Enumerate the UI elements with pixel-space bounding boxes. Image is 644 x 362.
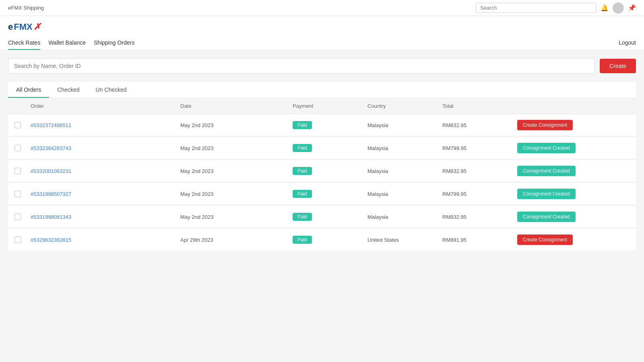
order-link[interactable]: #5331998081343 bbox=[31, 214, 71, 220]
checkbox[interactable] bbox=[14, 145, 21, 151]
create-button[interactable]: Create bbox=[600, 59, 636, 73]
row-checkbox bbox=[14, 122, 31, 128]
paid-badge: Paid bbox=[293, 190, 312, 198]
logo-e: e bbox=[8, 22, 13, 32]
logo-fmx: FMX bbox=[14, 22, 32, 32]
payment-cell: Paid bbox=[293, 167, 367, 175]
logo-x: ✗ bbox=[33, 22, 41, 32]
country-cell: Malaysia bbox=[367, 145, 442, 151]
order-id: #5332372488511 bbox=[31, 122, 180, 128]
table-row: #5331998081343 May 2nd 2023 Paid Malaysi… bbox=[8, 206, 636, 228]
consignment-created-button[interactable]: Consignment Created bbox=[517, 166, 576, 176]
top-bar: eFMX Shipping 🔔 📌 bbox=[0, 0, 644, 16]
col-order: Order bbox=[31, 103, 180, 109]
create-consignment-button[interactable]: Create Consignment bbox=[517, 120, 573, 130]
avatar[interactable] bbox=[613, 2, 624, 14]
order-date: May 2nd 2023 bbox=[180, 168, 293, 174]
country-cell: United States bbox=[367, 237, 442, 243]
search-input[interactable] bbox=[8, 58, 595, 74]
total-cell: RM891.95 bbox=[442, 237, 517, 243]
nav-item-check-rates[interactable]: Check Rates bbox=[8, 35, 48, 50]
order-link[interactable]: #5331998507327 bbox=[31, 191, 71, 197]
paid-badge: Paid bbox=[293, 167, 312, 175]
nav-item-wallet-balance[interactable]: Wallet Balance bbox=[48, 35, 94, 50]
order-date: May 2nd 2023 bbox=[180, 191, 293, 197]
total-cell: RM832.95 bbox=[442, 214, 517, 220]
logo-area: eFMX✗ bbox=[8, 16, 636, 35]
paid-badge: Paid bbox=[293, 121, 312, 129]
consignment-created-button[interactable]: Consignment Created bbox=[517, 189, 576, 199]
order-link[interactable]: #5332001063231 bbox=[31, 168, 71, 174]
order-date: May 2nd 2023 bbox=[180, 145, 293, 151]
country-cell: Malaysia bbox=[367, 122, 442, 128]
order-id: #5329632362815 bbox=[31, 237, 180, 243]
country-cell: Malaysia bbox=[367, 168, 442, 174]
order-tabs: All Orders Checked Un Checked bbox=[8, 82, 636, 98]
tab-all-orders[interactable]: All Orders bbox=[8, 82, 49, 98]
total-cell: RM832.95 bbox=[442, 168, 517, 174]
order-link[interactable]: #5332372488511 bbox=[31, 122, 71, 128]
bell-icon[interactable]: 🔔 bbox=[601, 4, 609, 12]
row-checkbox bbox=[14, 145, 31, 151]
col-payment: Payment bbox=[293, 103, 367, 109]
order-link[interactable]: #5329632362815 bbox=[31, 237, 71, 243]
row-checkbox bbox=[14, 237, 31, 243]
col-action bbox=[517, 103, 630, 109]
logo: eFMX✗ bbox=[8, 22, 636, 32]
consignment-created-button[interactable]: Consignment Created bbox=[517, 143, 576, 153]
action-cell: Consignment Created bbox=[517, 189, 630, 199]
orders-table: Order Date Payment Country Total #533237… bbox=[8, 98, 636, 251]
country-cell: Malaysia bbox=[367, 191, 442, 197]
order-id: #5332364263743 bbox=[31, 145, 180, 151]
paid-badge: Paid bbox=[293, 236, 312, 244]
checkbox[interactable] bbox=[14, 122, 21, 128]
action-cell: Consignment Created bbox=[517, 143, 630, 153]
row-checkbox bbox=[14, 191, 31, 197]
checkbox[interactable] bbox=[14, 214, 21, 220]
col-country: Country bbox=[367, 103, 442, 109]
row-checkbox bbox=[14, 214, 31, 220]
table-row: #5332001063231 May 2nd 2023 Paid Malaysi… bbox=[8, 160, 636, 182]
table-row: #5329632362815 Apr 29th 2023 Paid United… bbox=[8, 229, 636, 251]
col-total: Total bbox=[442, 103, 517, 109]
logout-button[interactable]: Logout bbox=[619, 35, 636, 50]
order-link[interactable]: #5332364263743 bbox=[31, 145, 71, 151]
payment-cell: Paid bbox=[293, 144, 367, 152]
checkbox[interactable] bbox=[14, 168, 21, 174]
search-create-row: Create bbox=[8, 58, 636, 74]
col-date: Date bbox=[180, 103, 293, 109]
order-date: Apr 29th 2023 bbox=[180, 237, 293, 243]
checkbox[interactable] bbox=[14, 191, 21, 197]
order-id: #5331998081343 bbox=[31, 214, 180, 220]
table-row: #5332372488511 May 2nd 2023 Paid Malaysi… bbox=[8, 114, 636, 136]
order-date: May 2nd 2023 bbox=[180, 122, 293, 128]
header: eFMX✗ Check Rates Wallet Balance Shippin… bbox=[0, 16, 644, 50]
tab-unchecked[interactable]: Un Checked bbox=[88, 82, 135, 98]
payment-cell: Paid bbox=[293, 190, 367, 198]
action-cell: Create Consignment bbox=[517, 120, 630, 130]
payment-cell: Paid bbox=[293, 236, 367, 244]
order-date: May 2nd 2023 bbox=[180, 214, 293, 220]
total-cell: RM799.95 bbox=[442, 145, 517, 151]
country-cell: Malaysia bbox=[367, 214, 442, 220]
nav-item-shipping-orders[interactable]: Shipping Orders bbox=[94, 35, 142, 50]
action-cell: Consignment Created bbox=[517, 166, 630, 176]
payment-cell: Paid bbox=[293, 121, 367, 129]
main-content: Create All Orders Checked Un Checked Ord… bbox=[0, 50, 644, 260]
main-nav: Check Rates Wallet Balance Shipping Orde… bbox=[8, 35, 142, 50]
total-cell: RM832.95 bbox=[442, 122, 517, 128]
payment-cell: Paid bbox=[293, 213, 367, 221]
order-id: #5331998507327 bbox=[31, 191, 180, 197]
table-row: #5332364263743 May 2nd 2023 Paid Malaysi… bbox=[8, 137, 636, 159]
top-search-input[interactable] bbox=[476, 3, 597, 13]
action-cell: Create Consignment bbox=[517, 234, 630, 245]
app-title: eFMX Shipping bbox=[8, 5, 44, 11]
checkbox[interactable] bbox=[14, 237, 21, 243]
col-checkbox bbox=[14, 103, 31, 109]
create-consignment-button[interactable]: Create Consignment bbox=[517, 234, 573, 245]
row-checkbox bbox=[14, 168, 31, 174]
pin-icon: 📌 bbox=[628, 4, 636, 12]
consignment-created-button[interactable]: Consignment Created bbox=[517, 212, 576, 222]
tab-checked[interactable]: Checked bbox=[49, 82, 87, 98]
table-header: Order Date Payment Country Total bbox=[8, 98, 636, 114]
